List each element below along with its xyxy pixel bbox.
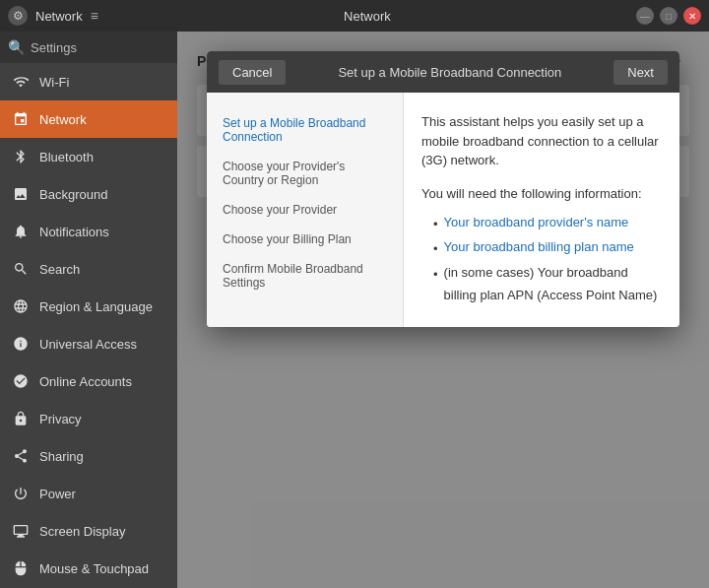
modal-bullets: • Your broadband provider's name • Your … [421, 211, 662, 307]
titlebar: ⚙ Network ≡ Network — □ ✕ [0, 0, 709, 32]
modal-content: This assistant helps you easily set up a… [404, 93, 679, 327]
background-icon [12, 185, 30, 203]
sidebar-item-label-privacy: Privacy [39, 412, 82, 426]
sidebar-item-sharing[interactable]: Sharing [0, 437, 177, 475]
minimize-button[interactable]: — [636, 7, 654, 25]
sidebar-item-notifications[interactable]: Notifications [0, 213, 177, 250]
titlebar-menu-icon[interactable]: ≡ [91, 8, 98, 24]
sidebar-item-label-screen: Screen Display [39, 524, 125, 539]
mouse-icon [12, 559, 30, 577]
bluetooth-icon [12, 148, 30, 165]
sidebar-item-network[interactable]: Network [0, 100, 177, 138]
titlebar-window-title: Network [344, 9, 391, 24]
sidebar-item-wifi[interactable]: Wi-Fi [0, 63, 177, 100]
search-icon: 🔍 [8, 39, 25, 55]
sidebar-search-label: Settings [31, 40, 77, 55]
modal-next-button[interactable]: Next [613, 60, 668, 85]
sidebar-item-bluetooth[interactable]: Bluetooth [0, 138, 177, 175]
region-icon [12, 297, 30, 315]
sidebar: 🔍 Settings Wi-Fi Network Bluetooth [0, 32, 177, 588]
modal-dialog: Cancel Set up a Mobile Broadband Connect… [207, 51, 679, 327]
sidebar-item-online[interactable]: Online Accounts [0, 362, 177, 400]
wifi-icon [12, 73, 30, 91]
modal-title: Set up a Mobile Broadband Connection [338, 65, 561, 80]
titlebar-left: ⚙ Network ≡ [8, 6, 98, 26]
sidebar-item-region[interactable]: Region & Language [0, 288, 177, 325]
notifications-icon [12, 223, 30, 240]
bullet-text-2: (in some cases) Your broadband billing p… [444, 261, 662, 307]
sidebar-item-label-sharing: Sharing [39, 449, 84, 464]
sidebar-item-label-notifications: Notifications [39, 225, 109, 239]
sidebar-item-power[interactable]: Power [0, 475, 177, 512]
sidebar-item-label-network: Network [39, 112, 87, 127]
screen-icon [12, 522, 30, 540]
sidebar-item-label-search: Search [39, 262, 80, 277]
bullet-dot-1: • [433, 237, 438, 260]
privacy-icon [12, 410, 30, 427]
sidebar-item-label-region: Region & Language [39, 299, 153, 314]
bullet-dot-0: • [433, 213, 438, 235]
titlebar-title: Network [35, 9, 83, 24]
sidebar-item-label-background: Background [39, 187, 107, 202]
modal-cancel-button[interactable]: Cancel [219, 60, 286, 85]
modal-step-2[interactable]: Choose your Provider [207, 195, 403, 225]
sidebar-item-universal[interactable]: Universal Access [0, 325, 177, 362]
sidebar-item-label-power: Power [39, 487, 76, 501]
window-controls: — □ ✕ [636, 7, 701, 25]
sidebar-item-label-wifi: Wi-Fi [39, 75, 69, 90]
bullet-item-2: • (in some cases) Your broadband billing… [433, 261, 662, 307]
network-icon [12, 110, 30, 128]
sharing-icon [12, 447, 30, 465]
app-body: 🔍 Settings Wi-Fi Network Bluetooth [0, 32, 709, 588]
modal-step-0[interactable]: Set up a Mobile Broadband Connection [207, 108, 403, 152]
main-panel: PCI Ethernet + Connected - 1000 Mb/s ⚙ N… [177, 32, 709, 588]
modal-header: Cancel Set up a Mobile Broadband Connect… [207, 51, 679, 93]
sidebar-item-search[interactable]: Search [0, 250, 177, 288]
modal-steps: Set up a Mobile Broadband Connection Cho… [207, 93, 404, 327]
bullet-dot-2: • [433, 263, 438, 286]
modal-step-3[interactable]: Choose your Billing Plan [207, 225, 403, 254]
modal-intro-text: This assistant helps you easily set up a… [421, 112, 662, 170]
sidebar-item-label-mouse: Mouse & Touchpad [39, 561, 149, 576]
modal-need-label: You will need the following information: [421, 184, 662, 204]
sidebar-item-screen[interactable]: Screen Display [0, 512, 177, 550]
universal-icon [12, 335, 30, 353]
online-icon [12, 372, 30, 390]
sidebar-item-label-online: Online Accounts [39, 374, 132, 389]
power-icon [12, 485, 30, 502]
sidebar-item-background[interactable]: Background [0, 175, 177, 213]
settings-icon: ⚙ [8, 6, 28, 26]
close-button[interactable]: ✕ [683, 7, 701, 25]
modal-step-1[interactable]: Choose your Provider's Country or Region [207, 152, 403, 195]
sidebar-item-label-bluetooth: Bluetooth [39, 150, 94, 164]
sidebar-item-mouse[interactable]: Mouse & Touchpad [0, 550, 177, 587]
sidebar-search[interactable]: 🔍 Settings [0, 32, 177, 63]
bullet-item-1: • Your broadband billing plan name [433, 235, 662, 260]
modal-overlay: Cancel Set up a Mobile Broadband Connect… [177, 32, 709, 588]
sidebar-item-label-universal: Universal Access [39, 337, 137, 352]
bullet-text-1: Your broadband billing plan name [444, 235, 634, 258]
bullet-item-0: • Your broadband provider's name [433, 211, 662, 235]
modal-step-4[interactable]: Confirm Mobile Broadband Settings [207, 254, 403, 297]
modal-body: Set up a Mobile Broadband Connection Cho… [207, 93, 679, 327]
bullet-text-0: Your broadband provider's name [444, 211, 629, 233]
maximize-button[interactable]: □ [660, 7, 677, 25]
search2-icon [12, 260, 30, 278]
sidebar-item-privacy[interactable]: Privacy [0, 400, 177, 437]
